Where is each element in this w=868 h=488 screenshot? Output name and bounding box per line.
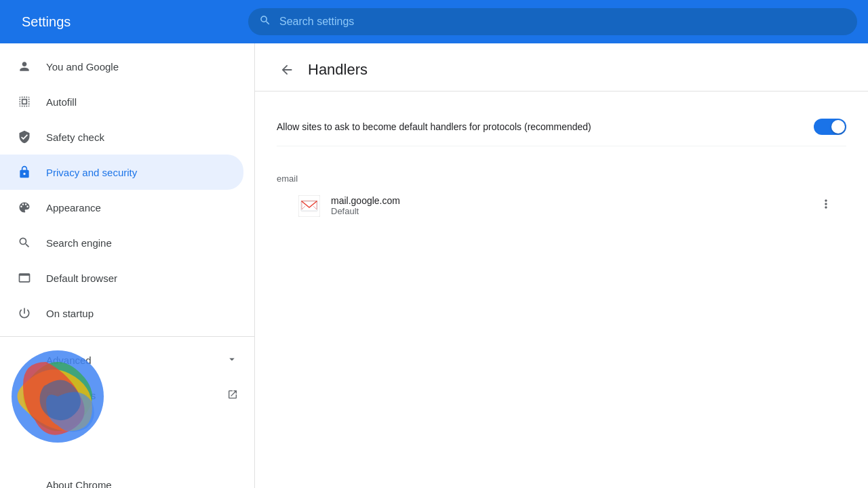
allow-handlers-label: Allow sites to ask to become default han… <box>277 121 814 132</box>
sidebar-item-on-startup[interactable]: On startup <box>0 296 243 331</box>
allow-handlers-toggle[interactable] <box>814 119 846 135</box>
sidebar-label-safety-check: Safety check <box>46 131 227 143</box>
sidebar-item-privacy-and-security[interactable]: Privacy and security <box>0 155 243 190</box>
handler-row: mail.google.com Default <box>288 186 846 225</box>
main-content: Handlers Allow sites to ask to become de… <box>255 43 868 488</box>
page-title: Handlers <box>308 61 368 79</box>
email-section: email <box>255 163 868 236</box>
palette-icon <box>16 199 33 216</box>
sidebar-item-default-browser[interactable]: Default browser <box>0 260 243 296</box>
settings-section: Allow sites to ask to become default han… <box>255 92 868 163</box>
sidebar-label-privacy-and-security: Privacy and security <box>46 167 227 178</box>
advanced-icon <box>16 352 33 368</box>
sidebar-item-search-engine[interactable]: Search engine <box>0 225 243 260</box>
advanced-label: Advanced <box>46 354 92 366</box>
about-chrome-icon <box>16 476 33 488</box>
app-title: Settings <box>11 14 248 30</box>
sidebar-item-about-chrome[interactable]: About Chrome <box>0 467 254 488</box>
sidebar-label-search-engine: Search engine <box>46 237 227 249</box>
chevron-down-icon <box>226 353 238 367</box>
handler-name: mail.google.com <box>331 195 816 206</box>
extensions-icon <box>16 387 33 403</box>
lock-icon <box>16 164 33 180</box>
body: You and Google Autofill Safety check <box>0 43 868 488</box>
sidebar-label-autofill: Autofill <box>46 96 227 108</box>
sidebar-label-appearance: Appearance <box>46 202 227 214</box>
search-input[interactable] <box>279 16 846 28</box>
sidebar-item-advanced[interactable]: Advanced <box>0 342 254 378</box>
external-link-icon <box>227 389 238 402</box>
sidebar: You and Google Autofill Safety check <box>0 43 255 488</box>
gmail-icon <box>298 195 320 217</box>
sidebar-divider <box>0 336 254 337</box>
search-bar[interactable] <box>248 8 857 35</box>
search-engine-icon <box>16 235 33 251</box>
back-button[interactable] <box>277 60 297 80</box>
browser-icon <box>16 270 33 286</box>
search-icon <box>259 14 271 30</box>
sidebar-item-appearance[interactable]: Appearance <box>0 190 243 225</box>
sidebar-label-you-and-google: You and Google <box>46 61 227 73</box>
autofill-icon <box>16 94 33 110</box>
app-header: Settings <box>0 0 868 43</box>
handler-menu-button[interactable] <box>816 195 835 217</box>
power-icon <box>16 305 33 321</box>
handler-status: Default <box>331 206 816 216</box>
sidebar-item-you-and-google[interactable]: You and Google <box>0 49 243 84</box>
handler-info: mail.google.com Default <box>331 195 816 216</box>
shield-icon <box>16 129 33 145</box>
extensions-label: Extensions <box>46 390 96 401</box>
email-category-label: email <box>277 174 846 184</box>
allow-handlers-row: Allow sites to ask to become default han… <box>277 108 846 146</box>
sidebar-item-autofill[interactable]: Autofill <box>0 84 243 119</box>
person-icon <box>16 58 33 75</box>
sidebar-item-extensions[interactable]: Extensions <box>0 378 254 413</box>
sidebar-label-on-startup: On startup <box>46 308 227 319</box>
main-header: Handlers <box>255 43 868 92</box>
about-chrome-label: About Chrome <box>46 479 112 489</box>
sidebar-item-safety-check[interactable]: Safety check <box>0 119 243 155</box>
sidebar-label-default-browser: Default browser <box>46 272 227 284</box>
